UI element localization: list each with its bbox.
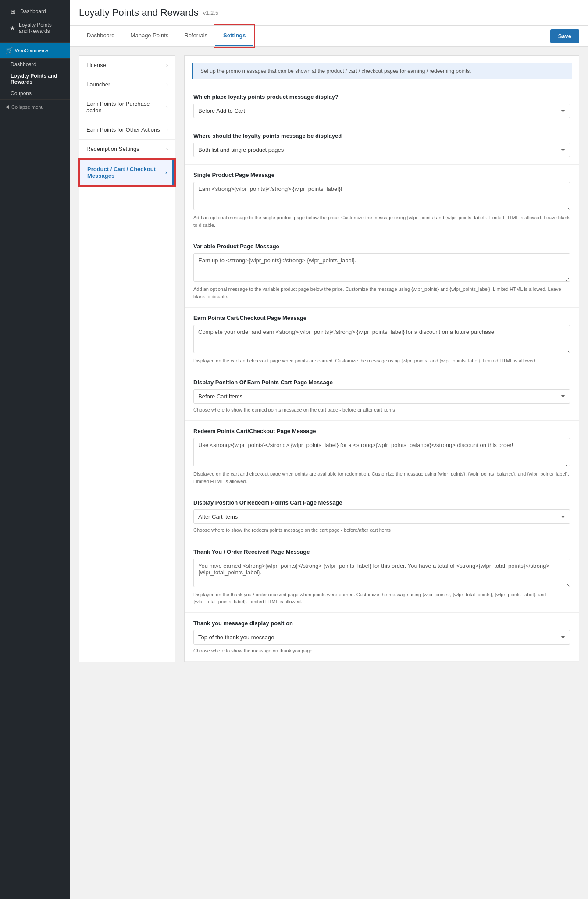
main-content: Loyalty Points and Rewards v1.2.5 Dashbo… — [70, 0, 588, 899]
field-label: Variable Product Page Message — [193, 243, 570, 250]
menu-item-launcher[interactable]: Launcher › — [79, 75, 175, 94]
message-display-location-select[interactable]: Both list and single product pages Singl… — [193, 143, 570, 157]
field-label: Thank You / Order Received Page Message — [193, 548, 570, 555]
sidebar-sub-coupons[interactable]: Coupons — [0, 88, 70, 99]
tab-referrals[interactable]: Referrals — [176, 26, 215, 46]
field-hint: Choose where to show the redeem points m… — [193, 527, 570, 534]
field-hint: Displayed on the cart and checkout page … — [193, 357, 570, 365]
earn-cart-message-textarea[interactable]: Complete your order and earn <strong>{wl… — [193, 325, 570, 353]
menu-label: License — [86, 62, 106, 68]
sidebar-header: ⊞ Dashboard ★ Loyalty Points and Rewards — [0, 0, 70, 43]
chevron-right-icon: › — [166, 104, 168, 110]
info-bar: Set up the promo messages that can be sh… — [192, 63, 572, 79]
tab-navigation: Dashboard Manage Points Referrals Settin… — [70, 26, 588, 47]
collapse-menu-button[interactable]: ◀ Collapse menu — [0, 99, 70, 114]
field-hint: Displayed on the thank you / order recei… — [193, 591, 570, 605]
page-header: Loyalty Points and Rewards v1.2.5 — [70, 0, 588, 26]
field-hint: Add an optional message to the single pr… — [193, 214, 570, 229]
loyalty-icon: ★ — [10, 25, 15, 32]
woo-icon: 🛒 — [5, 47, 12, 54]
content-area: License › Launcher › Earn Points for Pur… — [70, 47, 588, 671]
chevron-right-icon: › — [166, 127, 168, 133]
chevron-right-icon: › — [166, 62, 168, 68]
field-hint: Add an optional message to the variable … — [193, 286, 570, 300]
active-indicator — [172, 160, 174, 185]
dashboard-icon: ⊞ — [10, 8, 17, 15]
menu-item-cart-messages[interactable]: Product / Cart / Checkout Messages › — [79, 159, 175, 186]
chevron-right-icon: › — [166, 146, 168, 152]
sidebar-item-dashboard[interactable]: ⊞ Dashboard — [5, 4, 65, 18]
product-message-place-select[interactable]: Before Add to Cart After Add to Cart Bef… — [193, 104, 570, 118]
chevron-right-icon: › — [165, 169, 167, 176]
redeem-cart-position-select[interactable]: After Cart items Before Cart items — [193, 509, 570, 524]
thankyou-position-select[interactable]: Top of the thank you message Bottom of t… — [193, 630, 570, 645]
field-hint: Choose where to show the message on than… — [193, 647, 570, 655]
tab-manage-points[interactable]: Manage Points — [123, 26, 177, 46]
single-product-message-textarea[interactable]: Earn <strong>{wlpr_points}</strong> {wlp… — [193, 182, 570, 210]
collapse-icon: ◀ — [5, 104, 9, 110]
menu-item-earn-other[interactable]: Earn Points for Other Actions › — [79, 120, 175, 140]
field-label: Earn Points Cart/Checkout Page Message — [193, 315, 570, 321]
sidebar-item-label: Dashboard — [20, 8, 46, 14]
sidebar: ⊞ Dashboard ★ Loyalty Points and Rewards… — [0, 0, 70, 899]
field-thankyou-message: Thank You / Order Received Page Message … — [185, 541, 579, 613]
settings-sidebar-menu: License › Launcher › Earn Points for Pur… — [79, 55, 175, 662]
field-redeem-cart-message: Redeem Points Cart/Checkout Page Message… — [185, 421, 579, 492]
redeem-cart-message-textarea[interactable]: Use <strong>{wlpr_points}</strong> {wlpr… — [193, 438, 570, 466]
field-label: Display Position Of Redeem Points Cart P… — [193, 499, 570, 506]
menu-label: Redemption Settings — [86, 146, 139, 152]
sidebar-woocommerce[interactable]: 🛒 WooCommerce — [0, 43, 70, 59]
variable-product-message-textarea[interactable]: Earn up to <strong>{wlpr_points}</strong… — [193, 253, 570, 282]
chevron-right-icon: › — [166, 82, 168, 88]
field-earn-cart-position: Display Position Of Earn Points Cart Pag… — [185, 372, 579, 421]
field-hint: Displayed on the cart and checkout page … — [193, 470, 570, 485]
field-single-product-message: Single Product Page Message Earn <strong… — [185, 165, 579, 236]
field-hint: Choose where to show the earned points m… — [193, 406, 570, 414]
menu-label: Product / Cart / Checkout Messages — [87, 166, 165, 179]
field-thankyou-position: Thank you message display position Top o… — [185, 613, 579, 662]
save-button[interactable]: Save — [550, 29, 579, 43]
field-earn-cart-message: Earn Points Cart/Checkout Page Message C… — [185, 308, 579, 372]
earn-cart-position-select[interactable]: Before Cart items After Cart items — [193, 389, 570, 404]
tab-links: Dashboard Manage Points Referrals Settin… — [79, 26, 253, 46]
field-label: Display Position Of Earn Points Cart Pag… — [193, 379, 570, 386]
sidebar-sub-dashboard[interactable]: Dashboard — [0, 59, 70, 70]
menu-item-redemption[interactable]: Redemption Settings › — [79, 140, 175, 159]
menu-label: Earn Points for Purchase action — [86, 100, 166, 114]
menu-label: Launcher — [86, 81, 110, 88]
woo-label: WooCommerce — [15, 48, 48, 53]
tab-dashboard[interactable]: Dashboard — [79, 26, 123, 46]
settings-panel: Set up the promo messages that can be sh… — [184, 55, 579, 662]
collapse-label: Collapse menu — [11, 104, 43, 110]
field-product-message-place: Which place loyalty points product messa… — [185, 86, 579, 125]
field-label: Redeem Points Cart/Checkout Page Message — [193, 428, 570, 434]
menu-label: Earn Points for Other Actions — [86, 126, 160, 133]
field-label: Thank you message display position — [193, 620, 570, 627]
sidebar-sub-loyalty[interactable]: Loyalty Points and Rewards — [0, 70, 70, 88]
field-label: Single Product Page Message — [193, 172, 570, 178]
thankyou-message-textarea[interactable]: You have earned <strong>{wlpr_points}</s… — [193, 559, 570, 587]
field-variable-product-message: Variable Product Page Message Earn up to… — [185, 236, 579, 308]
field-message-display-location: Where should the loyalty points message … — [185, 125, 579, 165]
sidebar-item-loyalty[interactable]: ★ Loyalty Points and Rewards — [5, 18, 65, 38]
menu-item-earn-purchase[interactable]: Earn Points for Purchase action › — [79, 94, 175, 120]
sidebar-item-label: Loyalty Points and Rewards — [19, 22, 61, 34]
field-redeem-cart-position: Display Position Of Redeem Points Cart P… — [185, 492, 579, 541]
menu-item-license[interactable]: License › — [79, 56, 175, 75]
page-title: Loyalty Points and Rewards — [79, 7, 199, 18]
field-label: Where should the loyalty points message … — [193, 133, 570, 139]
version-badge: v1.2.5 — [203, 10, 218, 16]
field-label: Which place loyalty points product messa… — [193, 93, 570, 100]
tab-settings[interactable]: Settings — [215, 26, 253, 46]
